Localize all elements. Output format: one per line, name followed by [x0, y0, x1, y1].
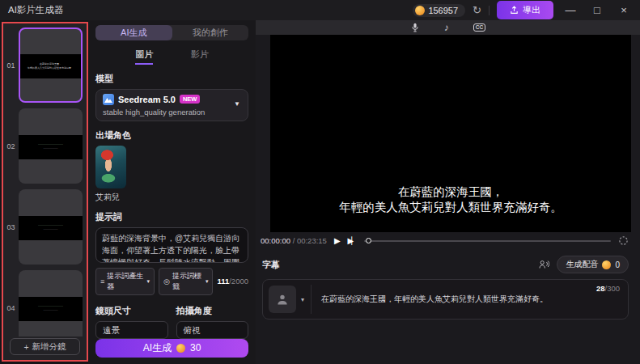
camera-angle-label: 拍攝角度 — [176, 305, 249, 317]
caption-count-max: /300 — [605, 284, 621, 293]
captions-section: 字幕 生成配音 0 — [256, 249, 640, 320]
loop-fullscreen-icon[interactable] — [618, 235, 629, 246]
storyboard-index: 01 — [3, 61, 19, 70]
thumbnail-subtitle-band: ······························· ········… — [19, 135, 83, 160]
export-label: 導出 — [523, 4, 540, 16]
music-icon[interactable]: ♪ — [444, 23, 449, 32]
seek-knob[interactable] — [366, 238, 371, 243]
step-forward-button[interactable]: ▶▏ — [348, 237, 358, 245]
prompt-generator-button[interactable]: ≡ 提示詞產生器 ▾ — [95, 268, 155, 295]
prompt-generator-label: 提示詞產生器 — [107, 271, 144, 292]
mode-tabs: AI生成 我的創作 — [95, 25, 248, 40]
model-section-label: 模型 — [95, 73, 248, 85]
storyboard-index: 03 — [3, 223, 19, 231]
caret-down-icon: ▾ — [147, 278, 150, 285]
person-icon — [275, 292, 290, 307]
generate-voiceover-button[interactable]: 生成配音 0 — [557, 256, 629, 273]
app-title: AI影片生成器 — [8, 4, 63, 16]
storyboard-index: 02 — [3, 142, 19, 150]
captions-title: 字幕 — [262, 259, 280, 271]
model-subtitle: stable high_quality generation — [103, 108, 241, 116]
storyboard-item-4[interactable]: 04 ······························· ·····… — [3, 270, 83, 336]
thumbnail-subtitle-band: 在蔚藍的深海王國， 年輕的美人魚艾莉兒對人類世界充滿好奇。 — [20, 54, 81, 78]
voice-icon[interactable] — [539, 260, 549, 269]
media-tabs: 圖片 影片 — [95, 40, 248, 65]
player-toolbar: ♪ CC — [256, 20, 640, 35]
prompt-count-max: /2000 — [229, 277, 248, 286]
prompt-generator-icon: ≡ — [100, 277, 104, 286]
thumb-caption: ·················· — [44, 147, 58, 151]
chevron-down-icon: ▼ — [234, 100, 240, 108]
caption-caret-icon[interactable]: ▾ — [301, 296, 304, 303]
storyboard-item-1[interactable]: 01 在蔚藍的深海王國， 年輕的美人魚艾莉兒對人類世界充滿好奇。 — [3, 28, 83, 103]
close-button[interactable]: × — [614, 4, 634, 16]
caption-avatar[interactable] — [269, 286, 296, 313]
plus-icon: + — [23, 342, 28, 352]
seek-slider[interactable] — [364, 240, 611, 242]
maximize-button[interactable]: □ — [587, 4, 607, 16]
ai-generate-button[interactable]: AI生成 30 — [95, 339, 248, 358]
coin-icon — [602, 260, 611, 269]
coin-icon — [415, 6, 425, 15]
video-subtitle: 在蔚藍的深海王國， 年輕的美人魚艾莉兒對人類世界充滿好奇。 — [270, 184, 631, 216]
current-time: 00:00:00 — [261, 236, 290, 245]
playback-controls: 00:00:00 / 00:23:15 ▶ ▶▏ — [256, 232, 640, 249]
storyboard-thumbnail-1[interactable]: 在蔚藍的深海王國， 年輕的美人魚艾莉兒對人類世界充滿好奇。 — [19, 28, 83, 103]
storyboard-index: 04 — [3, 304, 19, 312]
character-section-label: 出場角色 — [95, 129, 248, 142]
add-storyboard-label: 新增分鏡 — [32, 341, 66, 353]
model-name: Seedream 5.0 — [118, 95, 176, 104]
tab-image[interactable]: 圖片 — [135, 49, 153, 65]
ai-generate-label: AI生成 — [143, 341, 172, 355]
total-duration: / 00:23:15 — [293, 236, 327, 245]
prompt-section-label: 提示詞 — [95, 211, 248, 223]
caption-text-input[interactable]: 在蔚藍的深海王國，年輕的美人魚艾莉兒對人類世界充滿好奇。 — [318, 294, 620, 305]
play-button[interactable]: ▶ — [334, 237, 341, 245]
shot-size-label: 鏡頭尺寸 — [95, 305, 168, 317]
step-bar-icon: ▏ — [351, 237, 357, 245]
credits-balance[interactable]: 156957 — [413, 4, 465, 17]
captions-toggle-icon[interactable]: CC — [473, 23, 485, 32]
model-dropdown[interactable]: Seedream 5.0 NEW stable high_quality gen… — [95, 89, 248, 121]
shot-size-input[interactable]: 遠景 — [95, 321, 168, 339]
generate-voiceover-label: 生成配音 — [566, 259, 598, 270]
prompt-tags-label: 提示詞標籤 — [172, 271, 203, 292]
prompt-tags-button[interactable]: ◎ 提示詞標籤 ▾ — [159, 268, 213, 295]
character-name: 艾莉兒 — [95, 192, 248, 203]
divider — [311, 285, 312, 314]
camera-angle-input[interactable]: 俯視 — [176, 321, 249, 339]
character-thumbnail[interactable] — [95, 146, 126, 188]
voiceover-cost: 0 — [615, 260, 620, 269]
export-button[interactable]: 導出 — [497, 1, 553, 19]
minimize-button[interactable]: — — [561, 4, 580, 16]
thumbnail-subtitle-band: ······························· ········… — [19, 297, 83, 322]
caption-char-count: 28/300 — [596, 284, 620, 293]
player-panel: ♪ CC 在蔚藍的深海王國， 年輕的美人魚艾莉兒對人類世界充滿好奇。 00:00… — [256, 20, 640, 364]
thumb-caption: ·················· — [44, 309, 58, 313]
caption-row[interactable]: ▾ 在蔚藍的深海王國，年輕的美人魚艾莉兒對人類世界充滿好奇。 28/300 — [262, 279, 629, 320]
tab-video[interactable]: 影片 — [191, 49, 209, 65]
storyboard-thumbnail-4[interactable]: ······························· ········… — [19, 270, 83, 336]
storyboard-item-3[interactable]: 03 ······························· ·····… — [3, 189, 83, 265]
prompt-char-count: 111/2000 — [217, 277, 248, 286]
video-preview[interactable]: 在蔚藍的深海王國， 年輕的美人魚艾莉兒對人類世界充滿好奇。 — [270, 35, 631, 232]
divider — [489, 6, 490, 15]
coin-icon — [176, 344, 185, 353]
tab-my-creations[interactable]: 我的創作 — [172, 25, 249, 40]
prompt-input[interactable]: 蔚藍的深海背景中，@艾莉兒獨自游向海面，仰望著上方透下的陽光，臉上帶著憧憬與好奇… — [95, 227, 248, 263]
credits-value: 156957 — [428, 6, 458, 15]
timecode: 00:00:00 / 00:23:15 — [261, 236, 327, 245]
microphone-icon[interactable] — [410, 23, 420, 32]
storyboard-item-2[interactable]: 02 ······························· ·····… — [3, 108, 83, 184]
storyboard-list: 01 在蔚藍的深海王國， 年輕的美人魚艾莉兒對人類世界充滿好奇。 02 ····… — [3, 23, 87, 336]
storyboard-thumbnail-2[interactable]: ······························· ········… — [19, 108, 83, 184]
tab-ai-generate[interactable]: AI生成 — [95, 25, 172, 40]
new-badge: NEW — [180, 95, 201, 104]
generator-panel: AI生成 我的創作 圖片 影片 模型 Seedream 5.0 NEW stab… — [88, 20, 256, 364]
add-storyboard-button[interactable]: + 新增分鏡 — [10, 338, 80, 355]
titlebar: AI影片生成器 156957 ↻ 導出 — □ × — [0, 0, 640, 20]
thumb-caption: 年輕的美人魚艾莉兒對人類世界充滿好奇。 — [28, 66, 74, 70]
refresh-icon[interactable]: ↻ — [473, 4, 481, 16]
export-icon — [510, 6, 519, 15]
storyboard-thumbnail-3[interactable]: ······························· ········… — [19, 189, 83, 265]
